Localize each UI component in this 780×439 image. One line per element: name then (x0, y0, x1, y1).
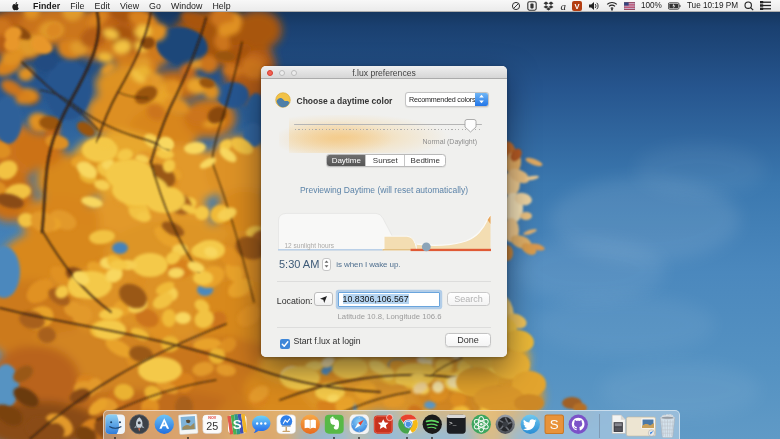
svg-text:V: V (574, 2, 579, 11)
svg-text:>_: >_ (449, 420, 457, 427)
svg-text:S: S (233, 417, 242, 432)
svg-text:12 sunlight hours: 12 sunlight hours (285, 241, 335, 249)
svg-text:S: S (550, 417, 559, 432)
svg-text:25: 25 (207, 420, 219, 432)
